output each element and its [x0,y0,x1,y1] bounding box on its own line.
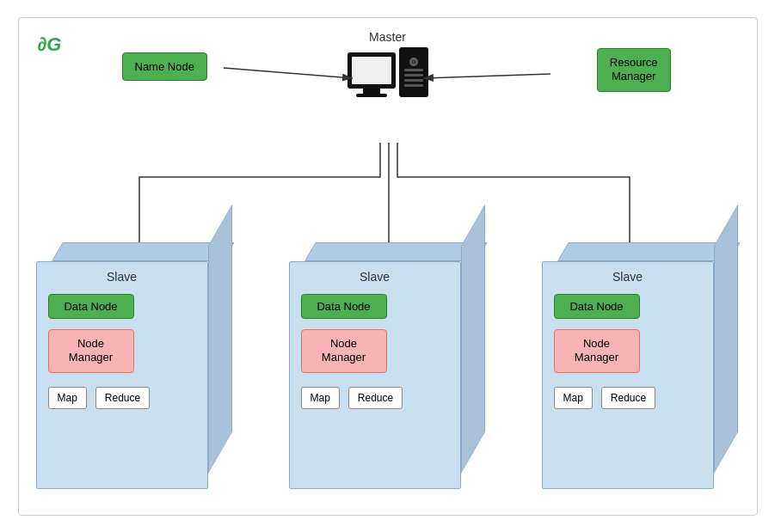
slave-1-cube: Slave Data Node Node Manager Map Reduce [36,240,234,489]
slave-3-map: Map [554,387,593,409]
slave-1-data-node: Data Node [48,294,134,319]
slave-3-cube: Slave Data Node Node Manager Map Reduce [542,240,740,489]
slave-1-content: Slave Data Node Node Manager Map Reduce [36,261,208,489]
logo: ∂G [38,34,62,56]
tower-line-2 [404,74,423,76]
cube-top-2 [304,242,488,261]
tower-circle [409,58,418,66]
cube-right-3 [714,204,738,473]
slave-2-map: Map [301,387,340,409]
slave-1-map-reduce: Map Reduce [48,387,196,409]
slave-1-node-manager: Node Manager [48,329,134,374]
slave-2-cube: Slave Data Node Node Manager Map Reduce [289,240,487,489]
tower-line-1 [404,69,423,71]
cube-right-2 [461,204,485,473]
tower-line-4 [404,84,423,87]
slave-3-content: Slave Data Node Node Manager Map Reduce [542,261,714,489]
slave-2-content: Slave Data Node Node Manager Map Reduce [289,261,461,489]
slave-1-map: Map [48,387,87,409]
slave-3-label: Slave [554,270,702,284]
slaves-row: Slave Data Node Node Manager Map Reduce … [36,240,740,489]
master-label: Master [369,30,406,44]
slave-2-map-reduce: Map Reduce [301,387,449,409]
slave-3-node-manager: Node Manager [554,329,640,374]
monitor-icon [348,52,396,89]
slave-2-reduce: Reduce [348,387,403,409]
monitor-base [356,94,387,97]
slave-3-data-node: Data Node [554,294,640,319]
svg-line-2 [423,74,550,78]
monitor-screen [352,57,391,84]
svg-line-1 [224,68,353,78]
cube-top-3 [557,242,741,261]
cube-top-1 [52,242,235,261]
slave-2-data-node: Data Node [301,294,387,319]
slave-3-reduce: Reduce [601,387,655,409]
slave-1-reduce: Reduce [95,387,150,409]
computer-icon [348,47,428,97]
slave-3-map-reduce: Map Reduce [554,387,702,409]
tower-line-3 [404,79,423,82]
resource-manager-box: Resource Manager [597,48,671,93]
cube-right-1 [208,204,232,473]
tower-icon [399,47,428,97]
slave-1-label: Slave [48,270,196,284]
slave-2-node-manager: Node Manager [301,329,387,374]
name-node-box: Name Node [122,52,207,81]
slave-2-label: Slave [301,270,449,284]
diagram-container: ∂G Name Node Resource Manager Master [18,17,758,516]
